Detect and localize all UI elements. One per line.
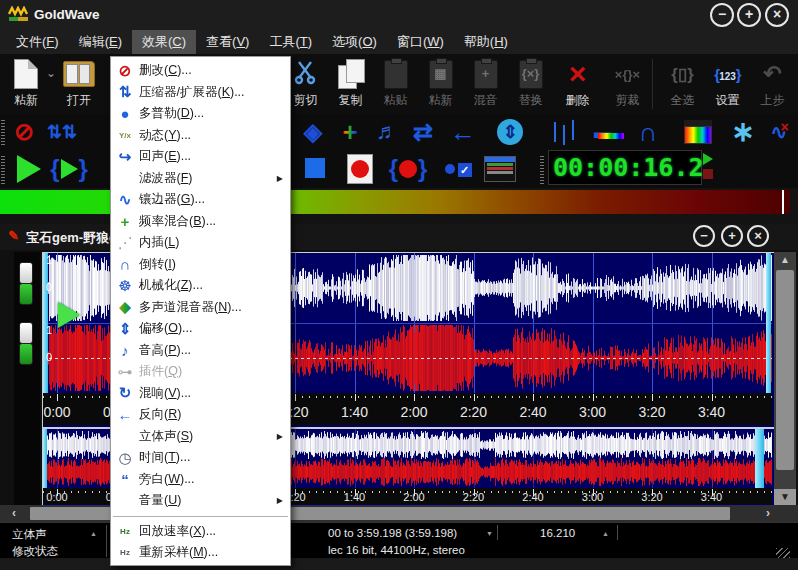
effects-menu-item[interactable]: ↪回声(E)... (111, 146, 290, 168)
overview-selection-end[interactable] (755, 429, 764, 488)
menubar-item[interactable]: 帮助(H) (454, 30, 518, 54)
menubar-item[interactable]: 效果(C) (132, 30, 196, 54)
sound-minimize-button[interactable]: − (693, 225, 715, 247)
effects-toolbar-spectrum-analyzer-icon[interactable] (681, 117, 715, 147)
effects-menu-item-label: 内插(L) (139, 234, 290, 251)
effects-toolbar-offset-icon[interactable]: ⇕ (493, 117, 527, 147)
left-channel-fader[interactable] (19, 262, 33, 284)
toolbar-button-粘新[interactable]: ▦粘新 (418, 57, 463, 109)
toolbar-button-设置[interactable]: {123}设置 (705, 57, 750, 109)
menubar-item[interactable]: 文件(F) (6, 30, 69, 54)
scroll-up-icon[interactable]: ▲ (774, 252, 796, 268)
effects-menu-item[interactable]: 立体声(S)▶ (111, 426, 290, 448)
effects-menu-item[interactable]: 滤波器(F)▶ (111, 168, 290, 190)
effects-menu-item[interactable]: ☸机械化(Z)... (111, 275, 290, 297)
menubar-item[interactable]: 编辑(E) (69, 30, 132, 54)
transport-play-icon[interactable] (12, 154, 46, 184)
scroll-down-icon[interactable]: ▼ (774, 489, 796, 505)
effects-toolbar-flanger-band-icon[interactable]: ▬ (586, 117, 620, 147)
mix-icon-wrap: + (463, 57, 508, 91)
scroll-left-icon[interactable]: ‹ (2, 505, 26, 522)
modified-pen-icon: ✎ (8, 228, 19, 243)
sound-maximize-button[interactable]: + (721, 225, 743, 247)
effects-menu-item[interactable]: ∩倒转(I) (111, 254, 290, 276)
selection-end-marker[interactable] (766, 253, 771, 393)
toolbar-button-替换[interactable]: {×}替换 (508, 57, 553, 109)
toolbar-button-全选[interactable]: {▯}全选 (660, 57, 705, 109)
effects-menu-item-label: 压缩器/扩展器(K)... (139, 84, 290, 101)
effects-toolbar-compressor-expander-icon[interactable]: ⇅⇅ (45, 117, 79, 147)
toolbar-button-上步[interactable]: ↶上步 (750, 57, 795, 109)
vertical-scroll-thumb[interactable] (776, 270, 794, 470)
effects-menu-item[interactable]: ∿镶边器(G)... (111, 189, 290, 211)
effects-menu-item[interactable]: ◆多声道混音器(N)... (111, 297, 290, 319)
effects-menu-item[interactable]: ⋰内插(L) (111, 232, 290, 254)
channel-mode-status[interactable]: 立体声 (12, 527, 47, 542)
selection-start-marker[interactable] (43, 253, 48, 393)
play-selection-icon: {} (50, 157, 88, 181)
transport-record-selection-icon[interactable]: {} (391, 154, 425, 184)
effects-menu-item[interactable]: ↻混响(V)... (111, 383, 290, 405)
effects-menu-item[interactable]: ⊘删改(C)... (111, 60, 290, 82)
effects-toolbar-swap-channels-icon[interactable]: ⇄ (406, 117, 440, 147)
toolbar-button-粘贴[interactable]: 粘贴 (373, 57, 418, 109)
toolbar-button-粘新[interactable]: 粘新 (4, 57, 48, 109)
left-channel-mute-fader[interactable] (19, 283, 33, 305)
toolbar-grip[interactable] (1, 120, 5, 146)
channel-mode-caret-icon[interactable]: ▲ (90, 530, 97, 537)
effects-menu-item[interactable]: ←反向(R) (111, 404, 290, 426)
transport-record-options-icon[interactable]: ✓ (441, 154, 475, 184)
toolbar-grip[interactable] (1, 156, 5, 184)
effects-toolbar-edge-partial-icon[interactable] (790, 117, 798, 147)
close-button[interactable]: × (765, 3, 789, 27)
effects-menu-item[interactable]: +频率混合(B)... (111, 211, 290, 233)
effects-toolbar-censor-icon[interactable]: ⊘ (7, 117, 41, 147)
overview-selection-start[interactable] (43, 429, 47, 488)
effects-menu-item[interactable]: 音量(U)▶ (111, 490, 290, 512)
effects-menu-item[interactable]: ♪音高(P)... (111, 340, 290, 362)
right-channel-fader[interactable] (19, 322, 33, 344)
effects-menu-item-label: 时间(T)... (139, 449, 290, 466)
effects-menu-item[interactable]: ●多普勒(D)... (111, 103, 290, 125)
effects-toolbar-sparkle-effect-icon[interactable]: ∗ (726, 117, 760, 147)
position-caret-icon[interactable]: ▲ (602, 530, 609, 537)
new-dropdown-caret-icon[interactable]: ⌄ (46, 66, 56, 80)
toolbar-button-剪裁[interactable]: ×{}×剪裁 (605, 57, 650, 109)
right-channel-mute-fader[interactable] (19, 343, 33, 365)
resize-grip[interactable] (776, 548, 790, 558)
toolbar-button-删除[interactable]: ×删除 (555, 57, 600, 109)
menubar-item[interactable]: 窗口(W) (387, 30, 454, 54)
effects-menu-item[interactable]: Y/x动态(Y)... (111, 125, 290, 147)
trim-icon: ×{}× (615, 68, 640, 81)
effects-toolbar-equalizer-icon[interactable] (538, 117, 572, 147)
effects-menu-item[interactable]: ⇕偏移(O)... (111, 318, 290, 340)
minimize-button[interactable]: − (710, 3, 734, 27)
menubar-item[interactable]: 查看(V) (196, 30, 259, 54)
effects-menu-item[interactable]: Hz重新采样(M)... (111, 542, 290, 564)
menubar-item[interactable]: 选项(O) (322, 30, 387, 54)
selection-caret-icon[interactable]: ▼ (486, 530, 493, 537)
toolbar-button-混音[interactable]: +混音 (463, 57, 508, 109)
transport-control-window-icon[interactable] (483, 154, 517, 184)
effects-menu-item[interactable]: “旁白(W)... (111, 469, 290, 491)
toolbar-grip[interactable] (540, 156, 544, 184)
effects-toolbar-reverse-icon[interactable]: ← (446, 117, 480, 147)
scroll-right-icon[interactable]: › (756, 505, 780, 522)
effects-toolbar-pitch-staff-icon[interactable]: ♬ (370, 117, 404, 147)
effects-toolbar-gate-icon[interactable]: ∩ (631, 117, 665, 147)
vertical-scrollbar[interactable]: ▲ ▼ (774, 252, 796, 505)
effects-toolbar-frequency-blend-icon[interactable]: + (333, 117, 367, 147)
effects-toolbar-doppler-star-icon[interactable]: ◈ (296, 117, 330, 147)
sound-close-button[interactable]: × (747, 225, 769, 247)
transport-play-selection-icon[interactable]: {} (52, 154, 86, 184)
play-marker-icon[interactable] (58, 302, 80, 328)
effects-menu-item[interactable]: ⇅压缩器/扩展器(K)... (111, 82, 290, 104)
transport-stop-icon[interactable] (298, 154, 332, 184)
menubar-item[interactable]: 工具(T) (259, 30, 322, 54)
effects-menu-item[interactable]: ◷时间(T)... (111, 447, 290, 469)
toolbar-button-复制[interactable]: 复制 (328, 57, 373, 109)
toolbar-button-打开[interactable]: 打开 (56, 57, 102, 109)
transport-record-file-icon[interactable] (343, 154, 377, 184)
maximize-button[interactable]: + (737, 3, 761, 27)
effects-menu-item[interactable]: Hz回放速率(X)... (111, 521, 290, 543)
